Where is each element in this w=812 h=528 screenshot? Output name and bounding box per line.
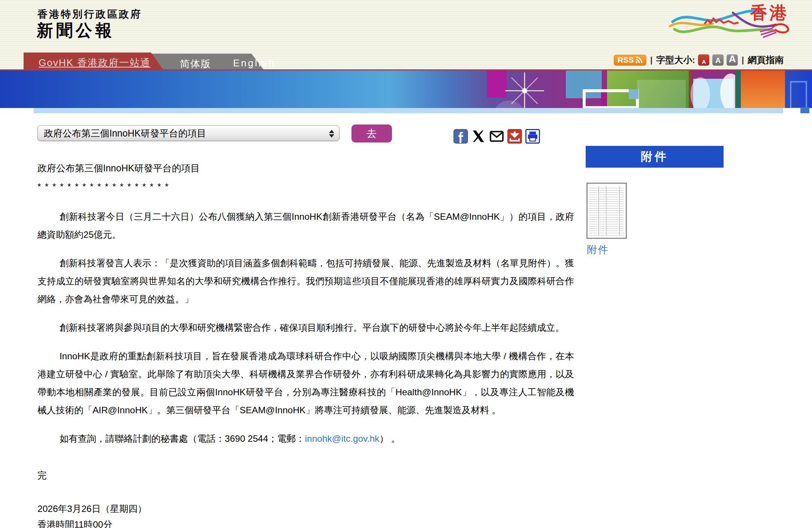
inquiry-paragraph: 如有查詢，請聯絡計劃的秘書處（電話：3690 2544；電郵：innohk@it… [37,430,574,448]
thumbnail-column [619,186,624,236]
article-title: 政府公布第三個InnoHK研發平台的項目 [37,159,574,177]
print-icon[interactable] [525,129,540,144]
rss-label: RSS [618,56,634,64]
banner-graphic [0,69,812,108]
banner-corner-chip [800,107,809,113]
font-size-label: 字型大小: [656,54,695,66]
rss-button[interactable]: RSS [614,55,646,66]
page-title: 新聞公報 [37,20,115,42]
font-size-small-button[interactable]: A [698,54,709,66]
tab-govhk-label: GovHK 香港政府一站通 [39,56,151,69]
tab-simplified-chinese[interactable]: 简体版 [180,57,211,70]
thumbnail-column [598,186,605,236]
brand-hongkong-logo-icon: 香港 [667,2,798,44]
paragraph: 創新科技署今日（三月二十六日）公布八個獲納入第三個InnoHK創新香港研發平台（… [37,208,574,244]
rss-feed-icon [635,56,643,64]
separator: | [742,55,744,65]
article-title-underline: * * * * * * * * * * * * * * * * * * [37,178,574,196]
go-button[interactable]: 去 [351,124,392,142]
press-release-page: 香港特別行政區政府 新聞公報 香港 GovHK 香港政府一站通 简体版 Engl… [0,0,812,528]
font-size-large-button[interactable]: A [727,54,738,66]
end-mark: 完 [37,466,574,484]
release-time: 香港時間11時00分 [37,517,574,528]
email-link[interactable]: innohk@itc.gov.hk [305,434,380,444]
attachment-link[interactable]: 附件 [587,243,609,256]
svg-text:香港: 香港 [750,3,789,22]
x-twitter-icon[interactable] [471,129,486,144]
article-body: 政府公布第三個InnoHK研發平台的項目 * * * * * * * * * *… [37,159,574,528]
banner-tile [741,70,785,108]
banner-tile [691,77,710,108]
site-header: 香港特別行政區政府 新聞公報 香港 [0,0,812,52]
share-icons [453,129,540,144]
tab-govhk[interactable]: GovHK 香港政府一站通 [24,52,163,69]
paragraph: 創新科技署發言人表示：「是次獲資助的項目涵蓋多個創科範疇，包括可持續發展、能源、… [37,254,574,308]
font-size-medium-button[interactable]: A [712,54,724,66]
select-value: 政府公布第三個InnoHK研發平台的項目 [44,127,206,140]
press-release-select[interactable]: 政府公布第三個InnoHK研發平台的項目 [37,125,339,141]
banner-tile [790,81,807,108]
thumbnail-column [589,186,597,236]
tab-english[interactable]: English [233,57,275,69]
paragraph: 創新科技署將與參與項目的大學和研究機構緊密合作，確保項目順利推行。平台旗下的研發… [37,319,574,337]
download-icon[interactable] [507,129,522,144]
release-date: 2026年3月26日（星期四） [37,501,574,517]
paragraph: InnoHK是政府的重點創新科技項目，旨在發展香港成為環球科研合作中心，以吸納國… [37,347,574,419]
banner-tile [735,70,741,108]
banner-starburst [502,72,547,108]
inquiry-text-suffix: ） 。 [379,434,400,444]
select-stepper-icon [329,127,335,140]
banner-tile [637,80,686,108]
attachment-header: 附件 [586,146,724,168]
thumbnail-column [606,186,618,236]
utility-bar: RSS | 字型大小: A A A | 網頁指南 [614,53,784,67]
separator: | [650,55,652,65]
inquiry-text: 如有查詢，請聯絡計劃的秘書處（電話：3690 2544；電郵： [60,434,305,444]
email-icon[interactable] [489,129,504,144]
attachment-thumbnail[interactable] [586,183,627,239]
banner-underline-strip [34,108,783,113]
web-guide-link[interactable]: 網頁指南 [748,54,784,66]
banner-tile [629,89,639,99]
facebook-icon[interactable] [453,129,468,144]
government-title: 香港特別行政區政府 [37,8,142,21]
